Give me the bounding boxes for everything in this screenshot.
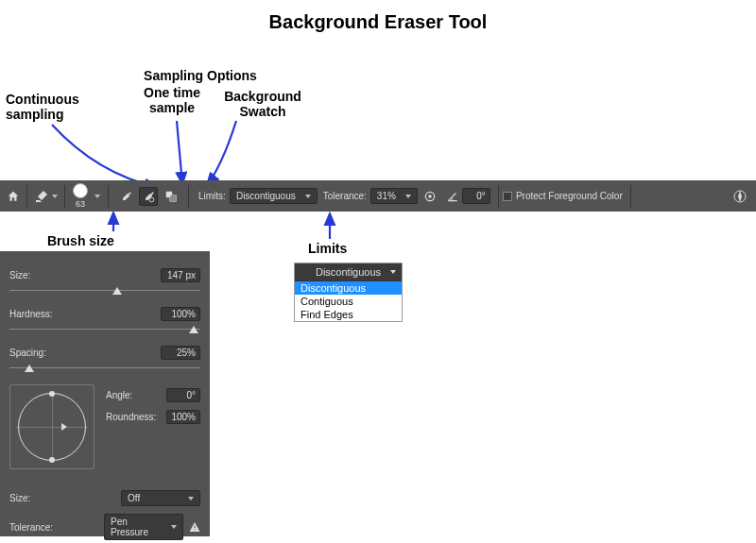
sampling-continuous-button[interactable] xyxy=(116,187,135,206)
sampling-once-button[interactable] xyxy=(139,187,158,206)
angle-input[interactable] xyxy=(462,188,490,204)
warning-icon xyxy=(189,521,200,533)
spacing-slider[interactable] xyxy=(9,362,200,375)
hardness-slider[interactable] xyxy=(9,323,200,336)
limits-popup-header-text: Discontiguous xyxy=(316,266,381,278)
size-input[interactable] xyxy=(161,268,200,282)
roundness-input[interactable] xyxy=(166,410,200,424)
chevron-down-icon xyxy=(171,525,177,529)
chevron-down-icon xyxy=(52,195,58,198)
chevron-down-icon[interactable] xyxy=(94,195,100,198)
size-label: Size: xyxy=(9,270,30,280)
limits-option-find-edges[interactable]: Find Edges xyxy=(295,308,402,321)
protect-fg-checkbox[interactable] xyxy=(503,192,512,201)
annot-limits: Limits xyxy=(308,241,347,256)
brush-preset-picker[interactable]: 63 xyxy=(69,183,92,209)
tolerance-value: 31% xyxy=(377,191,396,201)
home-button[interactable] xyxy=(4,187,23,206)
annot-brush-size: Brush size xyxy=(47,233,114,248)
brush-angle-input[interactable] xyxy=(166,388,200,402)
sampling-group xyxy=(116,187,180,206)
limits-dropdown[interactable]: Discontiguous xyxy=(230,188,318,204)
brush-size-label: 63 xyxy=(76,199,85,209)
chevron-down-icon xyxy=(390,270,396,274)
annot-sampling-options: Sampling Options xyxy=(134,68,266,83)
angle-label: Angle: xyxy=(106,390,132,400)
size-jitter-label: Size: xyxy=(9,493,30,503)
annot-bg-swatch: BackgroundSwatch xyxy=(215,89,310,119)
tolerance-jitter-label: Tolerance: xyxy=(9,522,53,533)
tolerance-jitter-dropdown[interactable]: Pen Pressure xyxy=(104,514,183,540)
annot-one-time: One timesample xyxy=(134,85,210,115)
page-title: Background Eraser Tool xyxy=(0,11,756,33)
chevron-down-icon xyxy=(405,195,411,198)
brush-settings-panel: Size: Hardness: Spacing: Angle: Roundnes… xyxy=(0,251,210,536)
roundness-label: Roundness: xyxy=(106,412,156,422)
annot-continuous: Continuoussampling xyxy=(6,92,79,122)
limits-option-contiguous[interactable]: Contiguous xyxy=(295,295,402,308)
angle-icon xyxy=(446,190,459,203)
brush-shape-editor[interactable] xyxy=(9,384,94,469)
limits-label: Limits: xyxy=(198,191,226,201)
chevron-down-icon xyxy=(188,497,194,501)
angle-button[interactable] xyxy=(443,187,462,206)
eyedropper-continuous-icon xyxy=(119,190,132,203)
tolerance-dropdown[interactable]: 31% xyxy=(370,188,418,204)
size-jitter-value: Off xyxy=(128,493,140,503)
svg-rect-2 xyxy=(170,195,176,200)
use-pressure-button[interactable] xyxy=(421,187,439,206)
home-icon xyxy=(7,190,20,203)
tool-preset-picker[interactable] xyxy=(31,186,60,207)
hardness-label: Hardness: xyxy=(9,309,53,319)
spacing-label: Spacing: xyxy=(9,348,46,358)
eraser-icon xyxy=(34,189,49,204)
limits-popup: Discontiguous Discontiguous Contiguous F… xyxy=(294,263,403,322)
sampling-bg-swatch-button[interactable] xyxy=(162,187,180,206)
tolerance-label: Tolerance: xyxy=(323,191,367,201)
use-pressure-size-button[interactable] xyxy=(730,186,750,207)
chevron-down-icon xyxy=(305,195,311,198)
size-slider[interactable] xyxy=(9,284,200,297)
eyedropper-once-icon xyxy=(142,190,155,203)
limits-option-discontiguous[interactable]: Discontiguous xyxy=(295,281,402,295)
protect-fg-label: Protect Foreground Color xyxy=(516,191,623,201)
options-toolbar: 63 Limits: Discontiguous Tolerance: 31% … xyxy=(0,180,756,212)
spacing-input[interactable] xyxy=(161,346,200,360)
limits-value: Discontiguous xyxy=(236,191,296,201)
brush-preview-icon xyxy=(73,183,88,198)
pressure-icon xyxy=(423,190,437,203)
svg-point-4 xyxy=(428,195,432,198)
size-jitter-dropdown[interactable]: Off xyxy=(121,490,200,506)
swatch-icon xyxy=(164,190,178,203)
limits-popup-selected[interactable]: Discontiguous xyxy=(295,263,402,281)
hardness-input[interactable] xyxy=(161,307,200,321)
svg-point-0 xyxy=(149,197,154,202)
pressure-size-icon xyxy=(732,189,747,204)
tolerance-jitter-value: Pen Pressure xyxy=(111,517,163,537)
